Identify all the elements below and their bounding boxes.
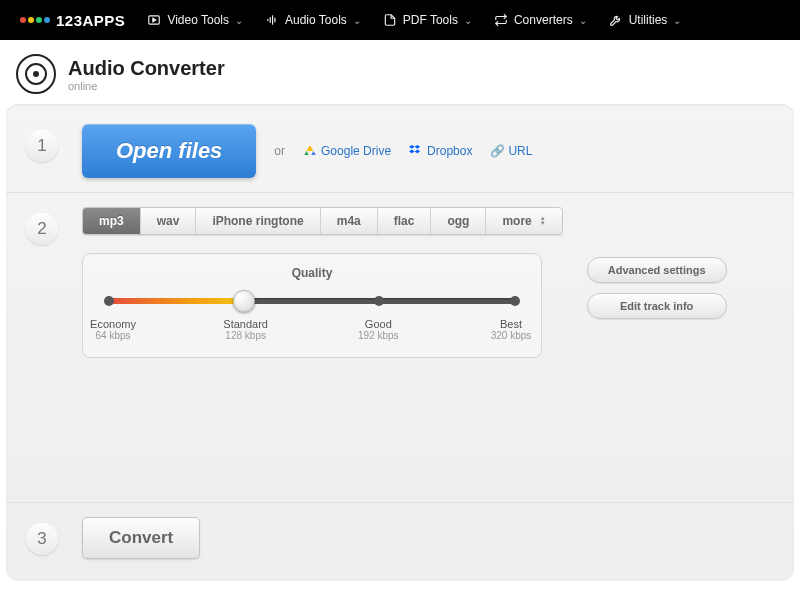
chevron-down-icon: ⌄ — [673, 15, 681, 26]
nav-pdf-tools[interactable]: PDF Tools ⌄ — [383, 13, 472, 27]
open-files-button[interactable]: Open files — [82, 124, 256, 178]
chevron-down-icon: ⌄ — [235, 15, 243, 26]
step-3: 3 Convert — [6, 502, 794, 581]
nav-converters[interactable]: Converters ⌄ — [494, 13, 587, 27]
quality-panel: Quality Economy64 kbps Standard128 kbps … — [82, 253, 542, 358]
steps-panel: 1 Open files or Google Drive Dropbox 🔗 U… — [6, 104, 794, 581]
pdf-icon — [383, 13, 397, 27]
slider-thumb[interactable] — [233, 290, 255, 312]
updown-icon: ▲▼ — [540, 216, 546, 226]
chevron-down-icon: ⌄ — [464, 15, 472, 26]
quality-title: Quality — [103, 266, 521, 280]
quality-level-economy: Economy64 kbps — [83, 318, 143, 341]
step-2: 2 mp3 wav iPhone ringtone m4a flac ogg m… — [6, 192, 794, 372]
brand-text: 123APPS — [56, 12, 125, 29]
nav-video-tools[interactable]: Video Tools ⌄ — [147, 13, 243, 27]
step-1: 1 Open files or Google Drive Dropbox 🔗 U… — [6, 104, 794, 192]
source-url[interactable]: 🔗 URL — [490, 144, 532, 158]
app-title: Audio Converter — [68, 57, 225, 80]
convert-icon — [494, 13, 508, 27]
nav-label: Video Tools — [167, 13, 229, 27]
nav-audio-tools[interactable]: Audio Tools ⌄ — [265, 13, 361, 27]
format-tab-iphone[interactable]: iPhone ringtone — [196, 208, 320, 234]
brand-dots-icon — [20, 17, 50, 23]
format-tabs: mp3 wav iPhone ringtone m4a flac ogg mor… — [82, 207, 563, 235]
source-google-drive[interactable]: Google Drive — [303, 144, 391, 158]
format-tab-ogg[interactable]: ogg — [431, 208, 486, 234]
chevron-down-icon: ⌄ — [353, 15, 361, 26]
gdrive-icon — [303, 144, 317, 158]
format-tab-wav[interactable]: wav — [141, 208, 197, 234]
source-label: URL — [508, 144, 532, 158]
source-label: Google Drive — [321, 144, 391, 158]
page-header: Audio Converter online — [0, 40, 800, 104]
quality-level-best: Best320 kbps — [481, 318, 541, 341]
edit-track-info-button[interactable]: Edit track info — [587, 293, 727, 319]
audio-icon — [265, 13, 279, 27]
nav-label: PDF Tools — [403, 13, 458, 27]
play-icon — [147, 13, 161, 27]
step-number: 1 — [26, 130, 58, 162]
quality-level-standard: Standard128 kbps — [216, 318, 276, 341]
or-text: or — [274, 144, 285, 158]
format-tab-mp3[interactable]: mp3 — [83, 208, 141, 234]
svg-rect-2 — [270, 17, 271, 23]
source-dropbox[interactable]: Dropbox — [409, 144, 472, 158]
step-number: 3 — [26, 523, 58, 555]
nav-utilities[interactable]: Utilities ⌄ — [609, 13, 682, 27]
chevron-down-icon: ⌄ — [579, 15, 587, 26]
format-tab-m4a[interactable]: m4a — [321, 208, 378, 234]
quality-level-good: Good192 kbps — [348, 318, 408, 341]
format-tab-flac[interactable]: flac — [378, 208, 432, 234]
quality-slider[interactable] — [109, 290, 515, 310]
nav-label: Audio Tools — [285, 13, 347, 27]
dropbox-icon — [409, 144, 423, 158]
app-subtitle: online — [68, 80, 225, 92]
format-more-label: more — [502, 214, 531, 228]
brand-logo[interactable]: 123APPS — [20, 12, 125, 29]
source-label: Dropbox — [427, 144, 472, 158]
step-number: 2 — [26, 213, 58, 245]
top-nav: 123APPS Video Tools ⌄ Audio Tools ⌄ PDF … — [0, 0, 800, 40]
app-icon — [16, 54, 56, 94]
format-tab-more[interactable]: more ▲▼ — [486, 208, 561, 234]
svg-rect-1 — [267, 19, 268, 21]
svg-rect-3 — [272, 15, 273, 24]
link-icon: 🔗 — [490, 144, 504, 158]
util-icon — [609, 13, 623, 27]
nav-label: Utilities — [629, 13, 668, 27]
convert-button[interactable]: Convert — [82, 517, 200, 559]
advanced-settings-button[interactable]: Advanced settings — [587, 257, 727, 283]
nav-label: Converters — [514, 13, 573, 27]
svg-rect-4 — [274, 18, 275, 23]
